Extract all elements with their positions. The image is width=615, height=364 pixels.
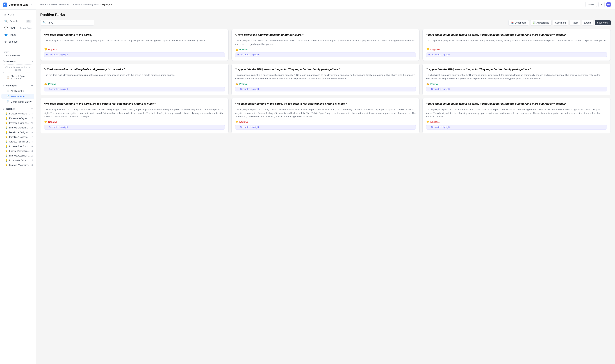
team-icon: 👥 <box>4 33 8 37</box>
export-button[interactable]: Export <box>582 20 593 26</box>
card-8: "More shade in the parks would be great.… <box>423 98 611 133</box>
search-input[interactable] <box>47 21 92 24</box>
sentiment-button[interactable]: Sentiment <box>553 20 568 26</box>
codebooks-button[interactable]: 📚 Codebooks <box>508 20 529 26</box>
save-view-button[interactable]: Save View <box>595 20 611 25</box>
card-2: "More shade in the parks would be great.… <box>423 29 611 61</box>
insight-item-2[interactable]: 💡 Increase Shade and S... 23 <box>0 121 36 125</box>
card-body-8: This highlight expresses a clear need fo… <box>426 108 607 118</box>
sparkle-icon-8: ✦ <box>428 126 430 129</box>
card-quote-4: "I appreciate the BBQ areas in the parks… <box>235 67 416 71</box>
documents-section-title[interactable]: Documents ∨ <box>0 59 36 64</box>
insight-item-6[interactable]: 💡 Address Parking Challe... 4 <box>0 139 36 144</box>
insight-item-11[interactable]: 💡 Improve Wayfinding wit... 3 <box>0 163 36 168</box>
insight-bulb-icon-1: 💡 <box>5 117 8 120</box>
share-button[interactable]: Share <box>585 2 597 7</box>
card-quote-2: "More shade in the parks would be great.… <box>426 33 607 37</box>
highlights-section-title[interactable]: ∨ Highlights + <box>0 83 36 88</box>
sentiment-label-6: Negative <box>48 120 57 123</box>
generated-label-4: Generated highlight <box>240 88 259 90</box>
card-quote-8: "More shade in the parks would be great.… <box>426 102 607 106</box>
sparkle-icon-7: ✦ <box>237 126 239 129</box>
add-insight-button[interactable]: + <box>31 107 33 110</box>
appearance-button[interactable]: 📊 Appearance <box>530 20 551 26</box>
breadcrumb-sep-1: › <box>47 3 48 6</box>
add-highlight-button[interactable]: + <box>31 84 33 87</box>
content-area: Positive Parks ⋯ 🔍 📚 Codebooks 📊 Appeara… <box>36 9 615 364</box>
sidebar-item-team[interactable]: 👥 Team <box>1 32 34 38</box>
positive-parks-icon: 📄 <box>6 95 9 98</box>
sidebar-divider <box>0 48 36 48</box>
sidebar-item-all-highlights[interactable]: 📄 All Highlights <box>1 88 34 94</box>
insight-item-3[interactable]: 💡 Improve Maintenance ... 14 <box>0 125 36 130</box>
insight-item-10[interactable]: 💡 Incorporate Culturally ... 18 <box>0 158 36 163</box>
sidebar-item-search[interactable]: 🔍 Search ⌘K <box>1 18 34 25</box>
sidebar: C Communiti Labs « ⌂ Home 🔍 Search ⌘K 💬 … <box>0 0 36 364</box>
reset-button[interactable]: Reset <box>570 20 580 26</box>
generated-label-7: Generated highlight <box>240 126 259 129</box>
breadcrumb-community-2024[interactable]: A Better Community 2024 <box>72 3 99 6</box>
sidebar-item-settings[interactable]: ⚙ Settings <box>1 39 34 45</box>
sidebar-item-positive-parks[interactable]: 📄 Positive Parks <box>1 94 34 99</box>
upload-area[interactable]: Click to browse, or drop to upload <box>0 64 36 74</box>
card-1: "I love how clean and well-maintained ou… <box>232 29 420 61</box>
sparkle-icon-6: ✦ <box>46 126 48 129</box>
card-body-5: This highlight expresses enjoyment of BB… <box>426 73 607 80</box>
project-header: Project Back to Project <box>0 49 36 58</box>
card-0: "We need better lighting in the parks." … <box>40 29 229 61</box>
card-6: "We need better lighting in the parks. I… <box>40 98 229 133</box>
sparkle-icon-0: ✦ <box>46 53 48 56</box>
insights-chevron-icon: ∨ <box>3 108 4 110</box>
card-footer-3: 👍 Positive ✦ Generated highlight <box>44 82 225 91</box>
codebooks-icon: 📚 <box>511 21 514 24</box>
sidebar-item-home[interactable]: ⌂ Home <box>1 11 34 18</box>
insight-item-8[interactable]: 💡 Expand Recreational O... 8 <box>0 149 36 154</box>
back-to-project-link[interactable]: Back to Project <box>3 53 33 57</box>
sparkle-icon-1: ✦ <box>237 53 239 56</box>
sidebar-item-concerns-for-safety[interactable]: 📄 Concerns for Safety <box>1 99 34 104</box>
insight-item-7[interactable]: 💡 Increase Bike Rack Ava... 6 <box>0 144 36 149</box>
insight-item-5[interactable]: 💡 Prioritize Accessibility ... 17 <box>0 135 36 139</box>
insight-item-4[interactable]: 💡 Develop a Designated ... 8 <box>0 130 36 135</box>
card-quote-5: "I appreciate the BBQ areas in the parks… <box>426 67 607 71</box>
chat-icon: 💬 <box>4 26 8 30</box>
sparkle-icon-4: ✦ <box>237 88 239 90</box>
filter-bar: 🔍 📚 Codebooks 📊 Appearance Sentiment Res… <box>40 20 611 26</box>
insight-bulb-icon-0: 💡 <box>5 113 8 115</box>
card-4: "I appreciate the BBQ areas in the parks… <box>232 64 420 95</box>
insight-item-0[interactable]: 💡 Increase Access to Dri... 4 <box>0 111 36 116</box>
topbar-actions: Share ⤢ DF <box>585 2 611 7</box>
more-options-button[interactable]: ⋯ <box>607 13 611 17</box>
card-grid: "We need better lighting in the parks." … <box>40 29 611 133</box>
highlight-list-icon: 📄 <box>6 90 9 92</box>
collapse-sidebar-button[interactable]: « <box>30 3 33 7</box>
card-footer-4: 👍 Positive ✦ Generated highlight <box>235 82 416 91</box>
sentiment-icon-1: 👍 <box>235 48 238 51</box>
card-quote-3: "I think we need more native plants and … <box>44 67 225 71</box>
page-title: Positive Parks <box>40 13 65 17</box>
file-item[interactable]: 📋 Places & Spaces 2024 Surv... <box>1 74 34 81</box>
breadcrumb-community[interactable]: A Better Community <box>49 3 69 6</box>
sentiment-label-1: Positive <box>239 48 248 51</box>
breadcrumb-home[interactable]: Home <box>40 3 46 6</box>
expand-button[interactable]: ⤢ <box>599 2 605 7</box>
generated-label-6: Generated highlight <box>49 126 68 129</box>
sidebar-logo: C Communiti Labs « <box>0 0 36 10</box>
card-body-6: This highlight expresses a safety concer… <box>44 108 225 118</box>
insights-section-title[interactable]: ∨ Insights + <box>0 106 36 111</box>
sentiment-badge-6: 👎 Negative <box>44 120 225 123</box>
sentiment-icon-3: 👍 <box>44 82 47 85</box>
card-footer-8: 👎 Negative ✦ Generated highlight <box>426 120 607 130</box>
insight-item-1[interactable]: 💡 Enhance Safety and E... 10 <box>0 116 36 121</box>
insight-item-9[interactable]: 💡 Improve Accessibility t... 10 <box>0 154 36 158</box>
card-body-3: The resident explicitly suggests increas… <box>44 73 225 77</box>
card-quote-7: "We need better lighting in the parks. I… <box>235 102 416 106</box>
sentiment-badge-8: 👎 Negative <box>426 120 607 123</box>
generated-tag-5: ✦ Generated highlight <box>426 87 607 91</box>
sidebar-item-chat[interactable]: 💬 Chat Coming Soon <box>1 25 34 31</box>
card-body-4: This response highlights a specific publ… <box>235 73 416 80</box>
generated-tag-8: ✦ Generated highlight <box>426 125 607 130</box>
insights-section: ∨ Insights + 💡 Increase Access to Dri...… <box>0 105 36 168</box>
search-box[interactable]: 🔍 <box>40 20 94 26</box>
search-box-icon: 🔍 <box>43 21 46 24</box>
